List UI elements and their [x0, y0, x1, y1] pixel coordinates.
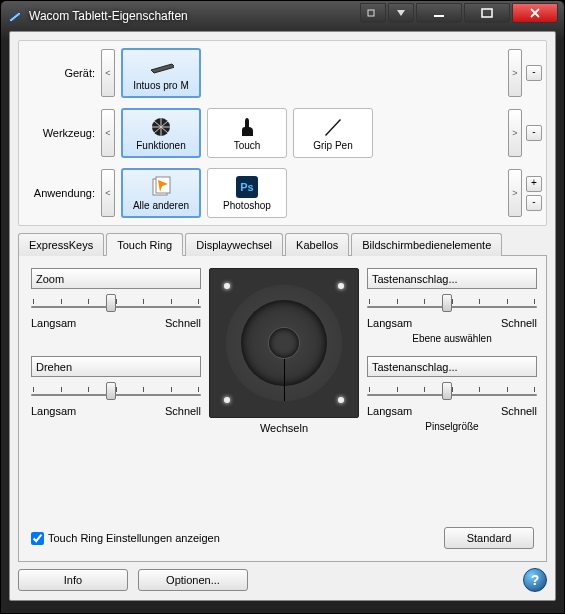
- photoshop-icon: Ps: [234, 176, 260, 198]
- touch-icon: [234, 116, 260, 138]
- tab-kabellos[interactable]: Kabellos: [285, 233, 349, 256]
- options-button[interactable]: Optionen...: [138, 569, 248, 591]
- all-apps-icon: [148, 176, 174, 198]
- slider-label-slow: Langsam: [31, 405, 76, 417]
- ring-function-bl: Drehen LangsamSchnell: [31, 356, 201, 434]
- slider-label-slow: Langsam: [31, 317, 76, 329]
- default-button[interactable]: Standard: [444, 527, 534, 549]
- ring-slider-bl[interactable]: LangsamSchnell: [31, 387, 201, 417]
- minimize-button[interactable]: [416, 3, 462, 23]
- ring-select-br[interactable]: Tastenanschlag...: [367, 356, 537, 377]
- app-add-button[interactable]: +: [526, 176, 542, 192]
- device-row: Gerät: < Intuos pro M > -: [23, 45, 542, 101]
- device-item-intuos[interactable]: Intuos pro M: [121, 48, 201, 98]
- titlebar[interactable]: Wacom Tablett-Eigenschaften: [1, 1, 564, 31]
- aux-button-2[interactable]: [388, 3, 414, 23]
- slider-label-fast: Schnell: [501, 317, 537, 329]
- window-title: Wacom Tablett-Eigenschaften: [29, 9, 358, 23]
- app-icon: [7, 8, 23, 24]
- show-ring-checkbox-label: Touch Ring Einstellungen anzeigen: [48, 532, 220, 544]
- tool-label: Werkzeug:: [23, 127, 101, 139]
- tab-touchring[interactable]: Touch Ring: [106, 233, 183, 256]
- tablet-icon: [148, 56, 174, 78]
- ring-slider-tr[interactable]: LangsamSchnell: [367, 299, 537, 329]
- window-buttons: [358, 3, 558, 23]
- tool-strip: Funktionen Touch Grip Pen: [115, 107, 508, 159]
- tool-remove-button[interactable]: -: [526, 125, 542, 141]
- svg-rect-1: [434, 15, 444, 17]
- device-strip: Intuos pro M: [115, 47, 508, 99]
- tool-item-label: Funktionen: [136, 140, 185, 151]
- tab-body-touchring: Zoom LangsamSchnell Wechseln: [18, 256, 547, 562]
- ring-slider-tl[interactable]: LangsamSchnell: [31, 299, 201, 329]
- ring-slider-br[interactable]: LangsamSchnell: [367, 387, 537, 417]
- app-next-button[interactable]: >: [508, 169, 522, 217]
- svg-rect-0: [368, 10, 374, 16]
- close-button[interactable]: [512, 3, 558, 23]
- tool-item-label: Touch: [234, 140, 261, 151]
- ring-center-label: Wechseln: [260, 422, 308, 434]
- slider-label-fast: Schnell: [165, 405, 201, 417]
- svg-text:Ps: Ps: [240, 181, 253, 193]
- app-remove-button[interactable]: -: [526, 195, 542, 211]
- window: Wacom Tablett-Eigenschaften Gerät: < Int…: [0, 0, 565, 614]
- app-item-all[interactable]: Alle anderen: [121, 168, 201, 218]
- device-item-label: Intuos pro M: [133, 80, 189, 91]
- slider-label-fast: Schnell: [501, 405, 537, 417]
- slider-label-slow: Langsam: [367, 317, 412, 329]
- tab-bildschirm[interactable]: Bildschirmbedienelemente: [351, 233, 502, 256]
- slider-label-fast: Schnell: [165, 317, 201, 329]
- ring-function-tr: Tastenanschlag... LangsamSchnell Ebene a…: [367, 268, 537, 346]
- ring-select-tr[interactable]: Tastenanschlag...: [367, 268, 537, 289]
- app-item-photoshop[interactable]: Ps Photoshop: [207, 168, 287, 218]
- help-button[interactable]: ?: [523, 568, 547, 592]
- ring-visual: Wechseln: [209, 268, 359, 434]
- tool-item-label: Grip Pen: [313, 140, 352, 151]
- maximize-button[interactable]: [464, 3, 510, 23]
- show-ring-checkbox-input[interactable]: [31, 532, 44, 545]
- tool-prev-button[interactable]: <: [101, 109, 115, 157]
- tab-expresskeys[interactable]: ExpressKeys: [18, 233, 104, 256]
- app-row: Anwendung: < Alle anderen Ps Photoshop >…: [23, 165, 542, 221]
- aux-button-1[interactable]: [360, 3, 386, 23]
- selector-panel: Gerät: < Intuos pro M > - Werkzeug: <: [18, 40, 547, 226]
- tool-item-touch[interactable]: Touch: [207, 108, 287, 158]
- client-area: Gerät: < Intuos pro M > - Werkzeug: <: [9, 31, 556, 601]
- ring-sub-br: Pinselgröße: [367, 421, 537, 432]
- ring-sub-tr: Ebene auswählen: [367, 333, 537, 344]
- tool-item-functions[interactable]: Funktionen: [121, 108, 201, 158]
- device-next-button[interactable]: >: [508, 49, 522, 97]
- ring-select-tl[interactable]: Zoom: [31, 268, 201, 289]
- app-item-label: Photoshop: [223, 200, 271, 211]
- device-prev-button[interactable]: <: [101, 49, 115, 97]
- info-button[interactable]: Info: [18, 569, 128, 591]
- slider-label-slow: Langsam: [367, 405, 412, 417]
- show-ring-checkbox[interactable]: Touch Ring Einstellungen anzeigen: [31, 532, 220, 545]
- app-item-label: Alle anderen: [133, 200, 189, 211]
- tab-displaywechsel[interactable]: Displaywechsel: [185, 233, 283, 256]
- device-label: Gerät:: [23, 67, 101, 79]
- functions-icon: [148, 116, 174, 138]
- touchring-icon: [209, 268, 359, 418]
- ring-function-br: Tastenanschlag... LangsamSchnell Pinselg…: [367, 356, 537, 434]
- ring-function-tl: Zoom LangsamSchnell: [31, 268, 201, 346]
- pen-icon: [320, 116, 346, 138]
- tab-strip: ExpressKeys Touch Ring Displaywechsel Ka…: [18, 232, 547, 256]
- tool-row: Werkzeug: < Funktionen Touch Grip Pen: [23, 105, 542, 161]
- footer: Info Optionen... ?: [18, 568, 547, 592]
- tool-next-button[interactable]: >: [508, 109, 522, 157]
- tool-item-grippen[interactable]: Grip Pen: [293, 108, 373, 158]
- app-prev-button[interactable]: <: [101, 169, 115, 217]
- app-label: Anwendung:: [23, 187, 101, 199]
- device-remove-button[interactable]: -: [526, 65, 542, 81]
- svg-rect-2: [482, 9, 492, 17]
- ring-select-bl[interactable]: Drehen: [31, 356, 201, 377]
- app-strip: Alle anderen Ps Photoshop: [115, 167, 508, 219]
